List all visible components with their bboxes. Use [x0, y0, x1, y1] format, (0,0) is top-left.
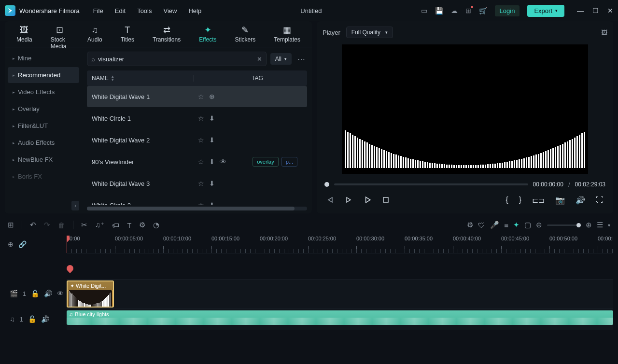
- effect-row[interactable]: 90's Viewfinder☆⬇👁overlayp...: [87, 151, 307, 172]
- more-options-button[interactable]: ⋯: [295, 55, 307, 64]
- voice-button[interactable]: 🎤: [490, 221, 499, 229]
- add-track-button[interactable]: ⊕: [8, 240, 14, 248]
- mixer-button[interactable]: ≡: [504, 221, 508, 229]
- tab-stock-media[interactable]: ⊡Stock Media: [49, 24, 71, 47]
- menu-tools[interactable]: Tools: [137, 7, 152, 14]
- star-icon[interactable]: ☆: [198, 180, 204, 187]
- display-mode-button[interactable]: ⊏⊐: [532, 196, 545, 205]
- download-icon[interactable]: ⬇: [209, 201, 215, 205]
- timeline-menu-button[interactable]: ▾: [608, 223, 610, 228]
- seek-track[interactable]: [334, 183, 528, 185]
- zoom-in-button[interactable]: ⊕: [586, 221, 592, 229]
- undo-button[interactable]: ↶: [30, 221, 36, 229]
- audio-adjust-button[interactable]: ♫⁺: [95, 221, 104, 229]
- add-icon[interactable]: ⊕: [209, 93, 215, 100]
- tag-chip[interactable]: p...: [281, 157, 297, 167]
- track-visible-icon[interactable]: 👁: [57, 290, 64, 297]
- horizontal-scrollbar[interactable]: [87, 207, 307, 210]
- export-button[interactable]: Export▾: [527, 5, 564, 17]
- clear-search-button[interactable]: ✕: [257, 56, 262, 63]
- star-icon[interactable]: ☆: [198, 158, 204, 166]
- sidebar-item-boris[interactable]: ▸Boris FX: [8, 168, 79, 184]
- zoom-slider[interactable]: [547, 224, 581, 226]
- play-button[interactable]: [363, 196, 372, 204]
- fullscreen-button[interactable]: ⛶: [596, 196, 604, 204]
- login-button[interactable]: Login: [495, 5, 520, 16]
- redo-button[interactable]: ↷: [44, 221, 50, 229]
- column-name[interactable]: NAME▴▾: [87, 75, 193, 82]
- timeline-ruler[interactable]: 00:0000:00:05:0000:00:10:0000:00:15:0000…: [67, 236, 613, 253]
- delete-button[interactable]: 🗑: [58, 221, 65, 229]
- sidebar-item-audio-effects[interactable]: ▸Audio Effects: [8, 135, 79, 151]
- download-icon[interactable]: ⬇: [209, 114, 215, 122]
- download-icon[interactable]: ⬇: [209, 180, 215, 187]
- menu-file[interactable]: File: [93, 7, 103, 14]
- split-button[interactable]: ✂: [81, 221, 87, 229]
- tab-audio[interactable]: ♫Audio: [85, 24, 104, 47]
- audio-clip[interactable]: ♫Blue city lights: [67, 310, 613, 325]
- audio-mute-icon[interactable]: 🔊: [41, 315, 49, 323]
- snapshot-button[interactable]: 📷: [555, 196, 565, 205]
- apps-icon[interactable]: ⊞: [465, 7, 471, 14]
- sidebar-item-overlay[interactable]: ▸Overlay: [8, 101, 79, 117]
- collapse-sidebar-button[interactable]: ‹: [71, 201, 79, 210]
- adjust-button[interactable]: ⚙: [139, 221, 145, 229]
- cart-icon[interactable]: 🛒: [479, 7, 487, 14]
- menu-edit[interactable]: Edit: [115, 7, 126, 14]
- filter-dropdown[interactable]: All▾: [270, 53, 292, 65]
- effect-row[interactable]: White Circle 3☆⬇: [87, 195, 307, 205]
- crop-button[interactable]: ▢: [524, 221, 531, 229]
- download-icon[interactable]: ⬇: [209, 136, 215, 144]
- track-mute-icon[interactable]: 🔊: [44, 290, 52, 297]
- audio-lock-icon[interactable]: 🔓: [28, 315, 36, 323]
- minimize-button[interactable]: —: [577, 7, 584, 14]
- device-icon[interactable]: ▭: [421, 7, 427, 14]
- tag-chip[interactable]: overlay: [253, 157, 278, 167]
- speed-button[interactable]: ◔: [153, 221, 159, 229]
- prev-frame-button[interactable]: [326, 196, 334, 204]
- save-icon[interactable]: 💾: [435, 7, 443, 14]
- star-icon[interactable]: ☆: [198, 201, 204, 205]
- view-mode-button[interactable]: ☰: [597, 221, 603, 229]
- marker-button[interactable]: 🛡: [478, 221, 485, 229]
- menu-view[interactable]: View: [163, 7, 177, 14]
- mark-out-button[interactable]: }: [519, 196, 521, 204]
- close-button[interactable]: ✕: [607, 7, 613, 14]
- stop-button[interactable]: [382, 196, 389, 203]
- tab-templates[interactable]: ▦Templates: [272, 24, 302, 47]
- toggle-panels-button[interactable]: ⊞: [8, 221, 14, 229]
- menu-help[interactable]: Help: [188, 7, 201, 14]
- star-icon[interactable]: ☆: [198, 114, 204, 122]
- tab-media[interactable]: 🖼Media: [14, 24, 34, 47]
- tab-transitions[interactable]: ⇄Transitions: [151, 24, 183, 47]
- cloud-icon[interactable]: ☁: [451, 7, 458, 14]
- download-icon[interactable]: ⬇: [209, 158, 215, 166]
- render-button[interactable]: ⚙: [467, 221, 473, 229]
- play-backward-button[interactable]: [345, 196, 352, 204]
- snap-button[interactable]: ✦: [513, 221, 520, 229]
- sidebar-item-mine[interactable]: ▸Mine: [8, 50, 79, 66]
- sidebar-item-recommended[interactable]: ▸Recommended: [8, 67, 79, 83]
- tag-button[interactable]: 🏷: [112, 221, 119, 229]
- star-icon[interactable]: ☆: [198, 136, 204, 144]
- seek-handle[interactable]: [324, 182, 329, 187]
- volume-button[interactable]: 🔊: [576, 196, 585, 205]
- eye-icon[interactable]: 👁: [220, 158, 226, 166]
- effect-row[interactable]: White Digital Wave 1☆⊕: [87, 86, 307, 107]
- link-button[interactable]: 🔗: [18, 240, 27, 248]
- zoom-out-button[interactable]: ⊖: [536, 221, 542, 229]
- effect-row[interactable]: White Digital Wave 2☆⬇: [87, 129, 307, 151]
- quality-dropdown[interactable]: Full Quality▾: [346, 27, 393, 38]
- sidebar-item-newblue[interactable]: ▸NewBlue FX: [8, 152, 79, 168]
- tab-effects[interactable]: ✦Effects: [197, 24, 218, 47]
- mark-in-button[interactable]: {: [506, 196, 508, 204]
- effect-row[interactable]: White Digital Wave 3☆⬇: [87, 173, 307, 194]
- column-tag[interactable]: TAG: [193, 75, 307, 82]
- snapshot-icon[interactable]: 🖼: [601, 29, 607, 36]
- playhead[interactable]: [67, 236, 67, 253]
- keyframe-marker[interactable]: [65, 264, 75, 273]
- track-lock-icon[interactable]: 🔓: [31, 290, 39, 297]
- search-input[interactable]: [98, 56, 254, 63]
- star-icon[interactable]: ☆: [198, 93, 204, 100]
- tab-stickers[interactable]: ✎Stickers: [233, 24, 258, 47]
